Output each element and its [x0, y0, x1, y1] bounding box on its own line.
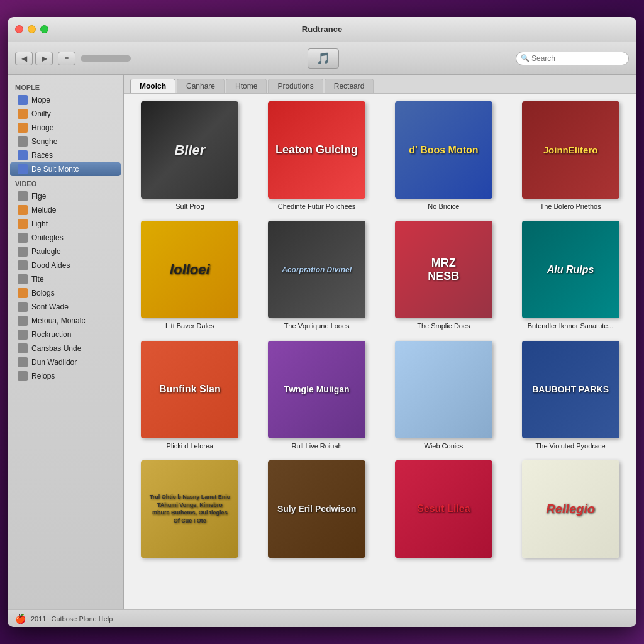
sidebar-item-tite[interactable]: Tite — [8, 272, 123, 286]
album-title-3: The Bolero Priethos — [540, 202, 601, 211]
back-button[interactable]: ◀ — [15, 52, 33, 65]
playback-badge: 🎵 — [308, 48, 339, 69]
sidebar-item-light[interactable]: Light — [8, 217, 123, 231]
album-item-12[interactable]: Trul Ohtie b Nasny Lanut EnicTAhumi Vong… — [131, 460, 248, 561]
album-title-2: No Bricice — [428, 202, 459, 211]
tab-produtions[interactable]: Produtions — [268, 79, 323, 93]
de-suit-montc-icon — [18, 164, 28, 174]
statusbar: 🍎 2011 Cutbose Plone Help — [8, 609, 636, 627]
senghe-icon — [18, 136, 28, 147]
sidebar-item-relops[interactable]: Relops — [8, 369, 123, 383]
album-cover-15: Rellegio — [522, 460, 619, 558]
search-icon: 🔍 — [521, 54, 530, 62]
album-item-13[interactable]: Suly Eril Pedwison — [258, 460, 375, 561]
album-item-6[interactable]: MRZNESB The Smplie Does — [386, 221, 502, 330]
tab-bar: Mooich Canhare Htome Produtions Recteard — [124, 75, 636, 94]
volume-slider[interactable] — [80, 55, 131, 62]
album-item-15[interactable]: Rellegio — [512, 460, 629, 561]
minimize-button[interactable] — [28, 25, 36, 33]
sidebar-item-cansbas-unde[interactable]: Cansbas Unde — [8, 341, 123, 355]
album-cover-8: Bunfink Slan — [141, 341, 238, 438]
light-icon — [18, 219, 28, 229]
metoua-icon — [18, 316, 28, 326]
maximize-button[interactable] — [40, 25, 48, 33]
dood-aides-icon — [18, 260, 28, 270]
sidebar-item-metoua[interactable]: Metoua, Monalc — [8, 314, 123, 328]
search-container: 🔍 — [516, 52, 629, 65]
album-cover-6: MRZNESB — [395, 221, 492, 318]
content-area: Mople Mope Onilty Hrioge Senghe Races — [8, 75, 636, 609]
album-item-4[interactable]: lolloei Litt Baver Dales — [131, 221, 248, 330]
sidebar-item-hrioge[interactable]: Hrioge — [8, 121, 123, 135]
relops-icon — [18, 371, 28, 381]
mope-icon — [18, 95, 28, 105]
album-cover-13: Suly Eril Pedwison — [268, 460, 365, 558]
titlebar: Rudtrance — [8, 17, 636, 42]
album-item-0[interactable]: Bller Sult Prog — [131, 101, 248, 211]
tab-mooich[interactable]: Mooich — [130, 79, 175, 93]
album-cover-0: Bller — [141, 101, 238, 199]
sidebar-section-video: Video — [8, 176, 123, 189]
sidebar-item-fige[interactable]: Fige — [8, 189, 123, 203]
close-button[interactable] — [15, 25, 23, 33]
melude-icon — [18, 205, 28, 215]
album-cover-11: BAUBOHT PARKS — [522, 341, 619, 438]
album-title-9: Rull Live Roiuah — [292, 441, 342, 450]
sidebar-item-dun-wadlidor[interactable]: Dun Wadlidor — [8, 355, 123, 369]
album-grid: Bller Sult Prog Leaton Guicing Chedinte … — [124, 94, 636, 609]
sidebar-item-onitegles[interactable]: Onitegles — [8, 231, 123, 245]
tab-htome[interactable]: Htome — [226, 79, 267, 93]
center-controls: 🎵 — [136, 48, 511, 69]
album-cover-7: Alu Rulps — [522, 221, 619, 318]
list-view-button[interactable]: ≡ — [58, 52, 75, 65]
album-cover-5: Acorpration Divinel — [268, 221, 365, 318]
sidebar-item-de-suit-montc[interactable]: De Suit Montc — [10, 162, 121, 176]
forward-button[interactable]: ▶ — [35, 52, 53, 65]
album-item-10[interactable]: Wieb Conics — [386, 341, 502, 450]
sidebar-item-onilty[interactable]: Onilty — [8, 107, 123, 121]
races-icon — [18, 150, 28, 160]
album-cover-12: Trul Ohtie b Nasny Lanut EnicTAhumi Vong… — [141, 460, 238, 558]
album-item-11[interactable]: BAUBOHT PARKS The Violuted Pyodrace — [512, 341, 629, 450]
album-item-5[interactable]: Acorpration Divinel The Vquliqune Looes — [258, 221, 375, 330]
album-cover-3: JoinnElitero — [522, 101, 619, 199]
album-item-2[interactable]: d' Boos Moton No Bricice — [386, 101, 502, 211]
sidebar-item-paulegle[interactable]: Paulegle — [8, 245, 123, 258]
album-cover-2: d' Boos Moton — [395, 101, 492, 199]
album-item-8[interactable]: Bunfink Slan Plicki d Lelorea — [131, 341, 248, 450]
dun-wadlidor-icon — [18, 357, 28, 367]
toolbar: ◀ ▶ ≡ 🎵 🔍 — [8, 42, 636, 75]
onilty-icon — [18, 109, 28, 119]
sidebar-item-mope[interactable]: Mope — [8, 93, 123, 107]
traffic-lights — [15, 25, 48, 33]
tab-canhare[interactable]: Canhare — [177, 79, 225, 93]
sidebar-section-mople: Mople — [8, 80, 123, 93]
sidebar-item-senghe[interactable]: Senghe — [8, 135, 123, 148]
album-title-0: Sult Prog — [175, 202, 204, 211]
sidebar-item-races[interactable]: Races — [8, 148, 123, 162]
sidebar-item-melude[interactable]: Melude — [8, 203, 123, 217]
album-title-4: Litt Baver Dales — [165, 321, 214, 330]
album-item-7[interactable]: Alu Rulps Butendler Ikhnor Sanatute... — [512, 221, 629, 330]
album-item-3[interactable]: JoinnElitero The Bolero Priethos — [512, 101, 629, 211]
album-item-9[interactable]: Twngle Muiigan Rull Live Roiuah — [258, 341, 375, 450]
album-item-1[interactable]: Leaton Guicing Chedinte Futur Polichees — [258, 101, 375, 211]
tab-recteard[interactable]: Recteard — [325, 79, 374, 93]
apple-icon: 🍎 — [15, 614, 26, 624]
window-title: Rudtrance — [302, 25, 342, 34]
sidebar-item-sont-wade[interactable]: Sont Wade — [8, 300, 123, 314]
sidebar-item-bologs[interactable]: Bologs — [8, 286, 123, 300]
album-cover-9: Twngle Muiigan — [268, 341, 365, 438]
album-cover-1: Leaton Guicing — [268, 101, 365, 199]
sidebar-item-dood-aides[interactable]: Dood Aides — [8, 258, 123, 272]
album-cover-14: Sesut Lilea — [395, 460, 492, 558]
fige-icon — [18, 191, 28, 201]
bologs-icon — [18, 288, 28, 298]
sidebar-item-rockruction[interactable]: Rockruction — [8, 328, 123, 341]
rockruction-icon — [18, 330, 28, 340]
search-input[interactable] — [516, 52, 629, 65]
statusbar-year: 2011 — [31, 615, 46, 623]
hrioge-icon — [18, 123, 28, 133]
album-title-6: The Smplie Does — [417, 321, 470, 330]
album-item-14[interactable]: Sesut Lilea — [386, 460, 502, 561]
